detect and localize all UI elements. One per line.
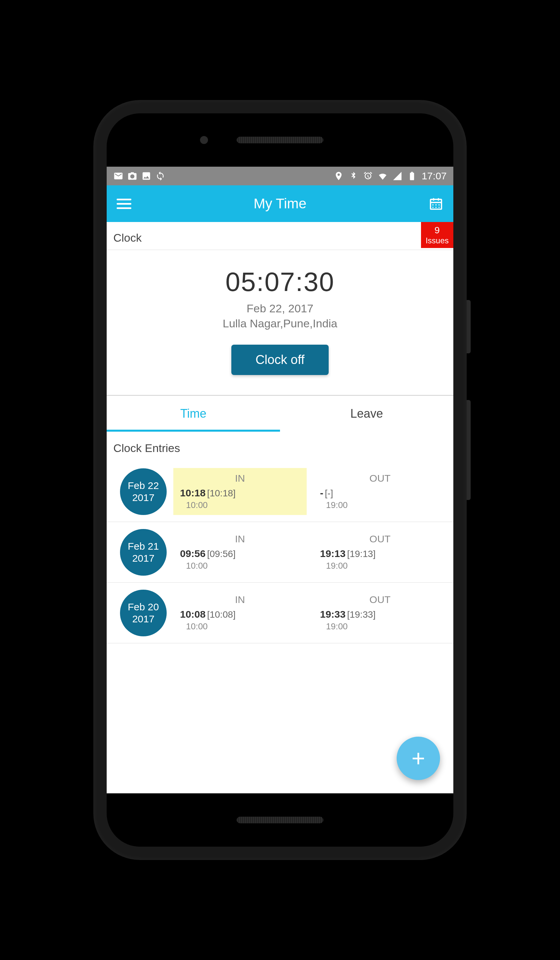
clock-section-header: Clock 9 Issues (107, 222, 453, 250)
entry-out-column[interactable]: OUT 19:13 [19:13] 19:00 (313, 529, 446, 576)
calendar-icon[interactable] (429, 196, 443, 211)
out-time: - (320, 487, 323, 498)
issues-badge[interactable]: 9 Issues (421, 222, 453, 248)
bluetooth-icon (348, 171, 358, 181)
in-scheduled: 10:00 (180, 621, 300, 632)
sync-icon (155, 171, 165, 181)
out-bracket: [19:33] (347, 610, 376, 620)
entry-out-column[interactable]: OUT 19:33 [19:33] 19:00 (313, 589, 446, 636)
entry-in-column[interactable]: IN 10:08 [10:08] 10:00 (173, 589, 307, 636)
entry-out-column[interactable]: OUT - [-] 19:00 (313, 468, 446, 515)
alarm-icon (363, 171, 373, 181)
in-time: 09:56 (180, 548, 206, 559)
entry-date-bottom: 2017 (132, 613, 155, 625)
in-time: 10:08 (180, 609, 206, 620)
entry-date-bottom: 2017 (132, 552, 155, 564)
out-label: OUT (320, 533, 440, 545)
battery-icon (407, 171, 417, 181)
entry-row[interactable]: Feb 21 2017 IN 09:56 [09:56] 10:00 (107, 522, 453, 583)
phone-device-frame: 17:07 My Time Clock 9 Issues (93, 100, 467, 860)
entry-in-column[interactable]: IN 10:18 [10:18] 10:00 (173, 468, 307, 515)
screen-content: Clock 9 Issues 05:07:30 Feb 22, 2017 Lul… (107, 222, 453, 793)
out-label: OUT (320, 473, 440, 484)
out-label: OUT (320, 594, 440, 605)
out-bracket: [-] (325, 488, 333, 498)
camera-icon (127, 171, 137, 181)
in-bracket: [09:56] (207, 549, 236, 559)
in-label: IN (180, 594, 300, 605)
out-scheduled: 19:00 (320, 621, 440, 632)
out-time: 19:13 (320, 548, 346, 559)
in-scheduled: 10:00 (180, 500, 300, 510)
tab-time[interactable]: Time (107, 396, 280, 432)
phone-top-speaker-area (107, 114, 453, 167)
entry-row[interactable]: Feb 20 2017 IN 10:08 [10:08] 10:00 (107, 583, 453, 643)
out-scheduled: 19:00 (320, 561, 440, 571)
phone-camera (200, 136, 208, 144)
app-bar: My Time (107, 185, 453, 222)
page-title: My Time (131, 196, 429, 212)
phone-inner: 17:07 My Time Clock 9 Issues (107, 114, 453, 846)
in-time: 10:18 (180, 487, 206, 498)
tabs-bar: Time Leave (107, 395, 453, 432)
add-entry-button[interactable]: + (397, 737, 440, 780)
entries-list[interactable]: Feb 22 2017 IN 10:18 [10:18] 10:00 (107, 461, 453, 793)
entry-date-circle: Feb 21 2017 (120, 529, 167, 576)
picture-icon (141, 171, 151, 181)
location-pin-icon (334, 171, 344, 181)
phone-screen: 17:07 My Time Clock 9 Issues (107, 167, 453, 793)
entry-date-circle: Feb 20 2017 (120, 590, 167, 636)
clock-location: Lulla Nagar,Pune,India (114, 317, 446, 330)
clock-time: 05:07:30 (114, 267, 446, 297)
plus-icon: + (412, 745, 425, 772)
entry-date-circle: Feb 22 2017 (120, 468, 167, 515)
entry-row[interactable]: Feb 22 2017 IN 10:18 [10:18] 10:00 (107, 461, 453, 522)
clock-panel: 05:07:30 Feb 22, 2017 Lulla Nagar,Pune,I… (107, 250, 453, 395)
phone-bottom-speaker-area (107, 793, 453, 846)
menu-icon[interactable] (117, 199, 131, 209)
mail-icon (114, 171, 123, 181)
phone-bottom-speaker (237, 817, 323, 823)
android-status-bar: 17:07 (107, 167, 453, 185)
in-scheduled: 10:00 (180, 561, 300, 571)
out-time: 19:33 (320, 609, 346, 620)
entry-date-bottom: 2017 (132, 492, 155, 504)
tab-leave[interactable]: Leave (280, 396, 453, 432)
status-left-icons (114, 171, 334, 181)
wifi-icon (378, 171, 388, 181)
in-bracket: [10:08] (207, 610, 236, 620)
status-clock-time: 17:07 (422, 170, 446, 182)
entry-in-column[interactable]: IN 09:56 [09:56] 10:00 (173, 529, 307, 576)
out-scheduled: 19:00 (320, 500, 440, 510)
clock-date: Feb 22, 2017 (114, 302, 446, 315)
signal-icon (392, 171, 402, 181)
issues-count: 9 (426, 225, 449, 236)
entry-date-top: Feb 22 (128, 480, 158, 492)
clock-section-label: Clock (114, 231, 446, 244)
entry-date-top: Feb 20 (128, 601, 158, 613)
in-label: IN (180, 473, 300, 484)
clock-off-button[interactable]: Clock off (231, 345, 328, 375)
entries-header: Clock Entries (107, 432, 453, 461)
issues-label: Issues (426, 236, 449, 245)
entry-date-top: Feb 21 (128, 540, 158, 552)
out-bracket: [19:13] (347, 549, 376, 559)
in-label: IN (180, 533, 300, 545)
in-bracket: [10:18] (207, 488, 236, 498)
phone-speaker (237, 137, 323, 143)
status-right-icons: 17:07 (334, 170, 446, 182)
